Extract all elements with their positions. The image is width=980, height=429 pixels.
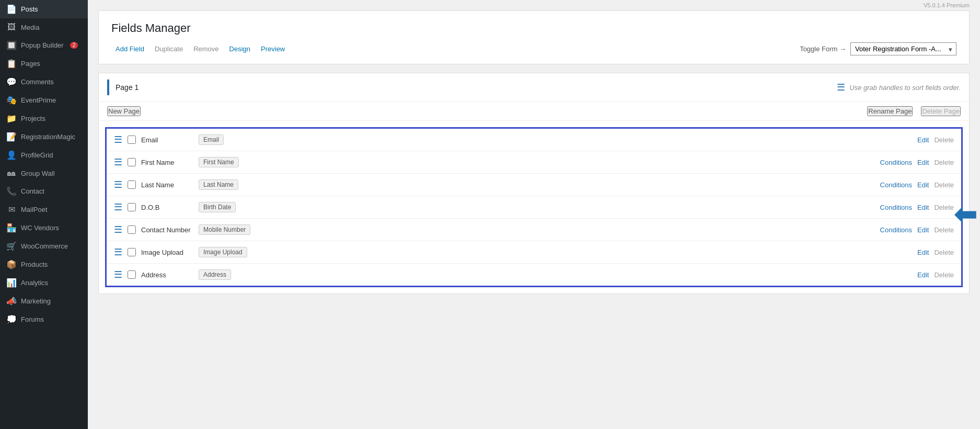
add-field-button[interactable]: Add Field: [111, 43, 148, 55]
sidebar-item-group-wall[interactable]: 🏘 Group Wall: [0, 164, 88, 182]
field-checkbox-1[interactable]: [128, 158, 136, 166]
sidebar-label-posts: Posts: [21, 5, 38, 13]
field-badge-0: Email: [199, 134, 224, 145]
page-title: Fields Manager: [111, 21, 956, 35]
sidebar-icon-woocommerce: 🛒: [6, 241, 17, 251]
sidebar-icon-posts: 📄: [6, 4, 17, 14]
field-actions-4: ConditionsEditDelete: [880, 226, 954, 234]
sidebar-item-wc-vendors[interactable]: 🏪 WC Vendors: [0, 219, 88, 237]
sidebar-item-profile-grid[interactable]: 👤 ProfileGrid: [0, 146, 88, 164]
drag-handle-icon[interactable]: ☰: [114, 179, 122, 190]
sidebar-icon-wc-vendors: 🏪: [6, 223, 17, 233]
sidebar-item-contact[interactable]: 📞 Contact: [0, 182, 88, 200]
sidebar-item-eventprime[interactable]: 🎭 EventPrime: [0, 91, 88, 109]
field-edit-button[interactable]: Edit: [917, 204, 929, 211]
drag-handle-icon[interactable]: ☰: [114, 201, 122, 213]
preview-button[interactable]: Preview: [257, 43, 289, 55]
sidebar-item-posts[interactable]: 📄 Posts: [0, 0, 88, 18]
version-bar: V5.0.1.4 Premium: [98, 0, 970, 10]
field-edit-button[interactable]: Edit: [917, 271, 929, 279]
table-row: ☰ Email Email EditDelete: [107, 129, 961, 151]
sidebar-icon-products: 📦: [6, 259, 17, 269]
sidebar-item-marketing[interactable]: 📣 Marketing: [0, 292, 88, 310]
sidebar-item-products[interactable]: 📦 Products: [0, 255, 88, 274]
field-delete-button[interactable]: Delete: [934, 249, 954, 256]
field-actions-0: EditDelete: [917, 136, 954, 144]
sidebar-item-projects[interactable]: 📁 Projects: [0, 109, 88, 128]
field-edit-button[interactable]: Edit: [917, 226, 929, 234]
table-row: ☰ Last Name Last Name ConditionsEditDele…: [107, 174, 961, 196]
sidebar-label-analytics: Analytics: [21, 279, 48, 287]
page-header-right: ☰ Use grab handles to sort fields order.: [837, 82, 961, 93]
duplicate-button[interactable]: Duplicate: [151, 43, 187, 55]
drag-handle-icon[interactable]: ☰: [114, 156, 122, 168]
sidebar-item-comments[interactable]: 💬 Comments: [0, 73, 88, 91]
sidebar-item-popup-builder[interactable]: 🔲 Popup Builder 2: [0, 36, 88, 54]
new-page-button[interactable]: New Page: [107, 106, 141, 116]
sidebar-item-registration-magic[interactable]: 📝 RegistrationMagic: [0, 128, 88, 146]
sidebar-icon-profile-grid: 👤: [6, 150, 17, 160]
table-row: ☰ First Name First Name ConditionsEditDe…: [107, 151, 961, 174]
sidebar-label-popup-builder: Popup Builder: [21, 41, 64, 49]
field-checkbox-5[interactable]: [128, 248, 136, 256]
rename-page-button[interactable]: Rename Page: [867, 106, 913, 116]
sidebar-icon-group-wall: 🏘: [6, 168, 17, 178]
field-badge-4: Mobile Number: [199, 224, 250, 235]
page-section: Page 1 ☰ Use grab handles to sort fields…: [98, 73, 970, 294]
sidebar-icon-popup-builder: 🔲: [6, 40, 17, 50]
field-conditions-button[interactable]: Conditions: [880, 204, 912, 211]
field-delete-button[interactable]: Delete: [934, 136, 954, 144]
sidebar-label-profile-grid: ProfileGrid: [21, 151, 53, 159]
field-conditions-button[interactable]: Conditions: [880, 226, 912, 234]
drag-handle-icon[interactable]: ☰: [114, 246, 122, 258]
field-delete-button[interactable]: Delete: [934, 159, 954, 166]
field-checkbox-0[interactable]: [128, 136, 136, 144]
field-conditions-button[interactable]: Conditions: [880, 181, 912, 189]
field-badge-5: Image Upload: [199, 247, 247, 257]
sidebar-label-media: Media: [21, 24, 39, 31]
drag-handle-icon[interactable]: ☰: [114, 269, 122, 280]
page-title-bar: Page 1: [107, 80, 837, 95]
sidebar-item-analytics[interactable]: 📊 Analytics: [0, 274, 88, 292]
field-delete-button[interactable]: Delete: [934, 226, 954, 234]
field-edit-button[interactable]: Edit: [917, 136, 929, 144]
field-edit-button[interactable]: Edit: [917, 159, 929, 166]
field-edit-button[interactable]: Edit: [917, 181, 929, 189]
sidebar-label-contact: Contact: [21, 187, 44, 195]
badge-popup-builder: 2: [70, 42, 78, 49]
sidebar-icon-marketing: 📣: [6, 296, 17, 306]
delete-page-button[interactable]: Delete Page: [921, 106, 961, 116]
field-badge-3: Birth Date: [199, 202, 236, 212]
sidebar-icon-mailpoet: ✉: [6, 205, 17, 214]
field-actions-1: ConditionsEditDelete: [880, 159, 954, 166]
sidebar-item-media[interactable]: 🖼 Media: [0, 18, 88, 36]
field-badge-1: First Name: [199, 157, 239, 167]
sidebar-item-pages[interactable]: 📋 Pages: [0, 54, 88, 73]
field-badge-6: Address: [199, 269, 231, 280]
table-row: ☰ D.O.B Birth Date ConditionsEditDelete: [107, 196, 961, 219]
fields-manager-card: Fields Manager Add Field Duplicate Remov…: [98, 10, 970, 64]
field-checkbox-2[interactable]: [128, 180, 136, 189]
toggle-form-select-wrap: Voter Registration Form -A...: [850, 42, 956, 55]
sidebar-item-mailpoet[interactable]: ✉ MailPoet: [0, 200, 88, 219]
field-delete-button[interactable]: Delete: [934, 204, 954, 211]
toggle-form-select[interactable]: Voter Registration Form -A...: [850, 42, 956, 55]
field-delete-button[interactable]: Delete: [934, 181, 954, 189]
sidebar-item-woocommerce[interactable]: 🛒 WooCommerce: [0, 237, 88, 255]
design-button[interactable]: Design: [225, 43, 255, 55]
field-conditions-button[interactable]: Conditions: [880, 159, 912, 166]
table-row: ☰ Image Upload Image Upload EditDelete: [107, 241, 961, 264]
sidebar-label-mailpoet: MailPoet: [21, 206, 48, 213]
sidebar-item-forums[interactable]: 💭 Forums: [0, 310, 88, 329]
field-name-2: Last Name: [141, 181, 193, 189]
drag-handle-icon[interactable]: ☰: [114, 224, 122, 235]
field-actions-2: ConditionsEditDelete: [880, 181, 954, 189]
drag-handle-icon[interactable]: ☰: [114, 134, 122, 145]
field-edit-button[interactable]: Edit: [917, 249, 929, 256]
remove-button[interactable]: Remove: [189, 43, 223, 55]
field-delete-button[interactable]: Delete: [934, 271, 954, 279]
field-checkbox-4[interactable]: [128, 225, 136, 234]
field-checkbox-3[interactable]: [128, 203, 136, 211]
sidebar-icon-comments: 💬: [6, 77, 17, 87]
field-checkbox-6[interactable]: [128, 270, 136, 279]
